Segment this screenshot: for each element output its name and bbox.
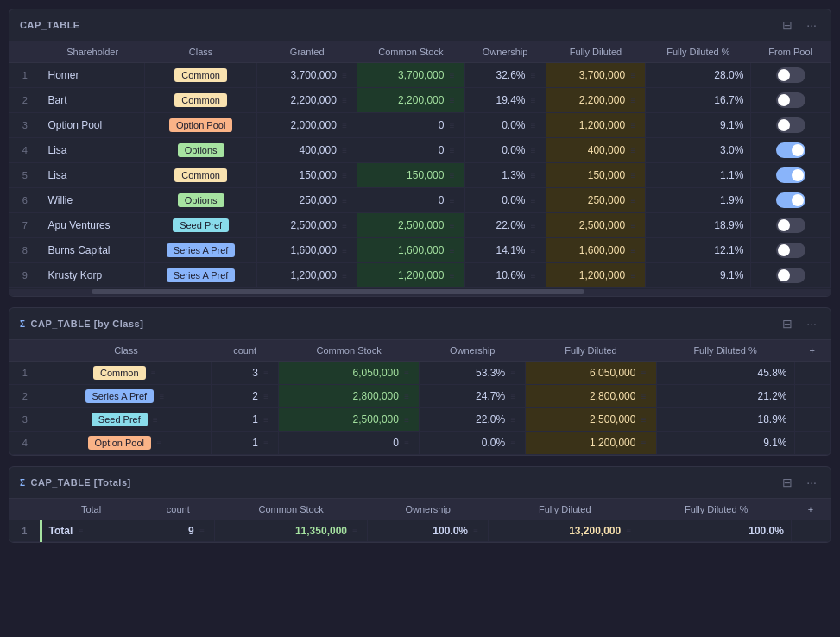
cap-table-container: Shareholder Class Granted Common Stock O…: [9, 41, 831, 296]
cell-fully-diluted-pct: 18.9%: [656, 408, 794, 432]
cell-from-pool[interactable]: [751, 213, 831, 238]
cell-from-pool[interactable]: [751, 263, 831, 288]
table-row: 4 Option Pool ≡ 1 ≡ 0 ≡ 0.0% ≡ 1,200,000…: [9, 432, 831, 455]
cell-from-pool[interactable]: [751, 163, 831, 188]
cell-from-pool[interactable]: [751, 188, 831, 213]
cell-common-stock: 2,500,000 ≡: [278, 408, 419, 432]
cell-granted: 400,000 ≡: [257, 138, 357, 163]
col-common-stock: Common Stock: [357, 41, 465, 63]
col-common-stock: Common Stock: [278, 340, 419, 362]
cell-plus: [791, 520, 830, 542]
cell-class: Option Pool: [144, 113, 257, 138]
by-class-header-row: Class count Common Stock Ownership Fully…: [9, 340, 831, 362]
eq-icon: ≡: [401, 392, 412, 401]
cell-fully-diluted-pct: 1.9%: [646, 188, 751, 213]
cell-fully-diluted: 2,500,000 ≡: [526, 408, 656, 432]
from-pool-toggle[interactable]: [776, 192, 805, 208]
cell-fully-diluted-pct: 16.7%: [646, 88, 751, 113]
from-pool-toggle[interactable]: [776, 243, 805, 258]
cell-class: Series A Pref: [144, 238, 257, 263]
cell-class: Common: [144, 63, 257, 88]
cell-granted: 250,000 ≡: [257, 188, 357, 213]
table-row: 7 Apu Ventures Seed Pref 2,500,000 ≡ 2,5…: [9, 213, 831, 238]
cell-fully-diluted-pct: 12.1%: [646, 238, 751, 263]
eq-icon: ≡: [447, 146, 458, 155]
by-class-filter-button[interactable]: ⊟: [779, 315, 796, 332]
totals-more-button[interactable]: ···: [803, 474, 820, 491]
eq-icon: ≡: [528, 121, 539, 130]
eq-icon: ≡: [339, 196, 350, 205]
by-class-header: Σ CAP_TABLE [by Class] ⊟ ···: [9, 308, 831, 340]
row-num: 1: [9, 362, 41, 385]
cell-granted: 1,600,000 ≡: [257, 238, 357, 263]
more-button[interactable]: ···: [803, 16, 820, 34]
eq-icon: ≡: [154, 438, 164, 448]
eq-icon: ≡: [628, 221, 638, 230]
eq-icon: ≡: [350, 527, 360, 536]
cell-fully-diluted-pct: 21.2%: [656, 385, 794, 408]
class-badge: Series A Pref: [85, 389, 155, 403]
from-pool-toggle[interactable]: [776, 92, 805, 108]
cell-plus: [794, 385, 831, 408]
totals-header-row: Total count Common Stock Ownership Fully…: [9, 499, 831, 520]
cell-fully-diluted: 2,500,000 ≡: [546, 213, 646, 238]
class-badge: Common: [174, 168, 227, 182]
cell-ownership: 14.1% ≡: [464, 238, 546, 263]
from-pool-toggle[interactable]: [776, 268, 805, 283]
eq-icon: ≡: [261, 438, 271, 448]
from-pool-toggle[interactable]: [776, 167, 805, 183]
cell-shareholder: Krusty Korp: [41, 263, 144, 288]
cell-class: Seed Pref: [144, 213, 257, 238]
cell-from-pool[interactable]: [751, 63, 831, 88]
eq-icon: ≡: [628, 246, 638, 255]
from-pool-toggle[interactable]: [776, 218, 805, 233]
col-num: [9, 340, 41, 362]
row-num: 2: [9, 88, 41, 113]
cell-granted: 2,200,000 ≡: [257, 88, 357, 113]
eq-icon: ≡: [339, 96, 350, 105]
row-num: 4: [9, 432, 41, 455]
col-fully-diluted: Fully Diluted: [526, 340, 656, 362]
cell-from-pool[interactable]: [751, 238, 831, 263]
cell-ownership: 1.3% ≡: [464, 163, 546, 188]
horizontal-scrollbar[interactable]: [9, 289, 831, 296]
eq-icon: ≡: [447, 96, 458, 105]
from-pool-toggle[interactable]: [776, 117, 805, 133]
col-fully-diluted: Fully Diluted: [546, 41, 646, 63]
cell-fully-diluted: 2,200,000 ≡: [546, 88, 646, 113]
by-class-more-button[interactable]: ···: [803, 315, 820, 332]
eq-icon: ≡: [401, 369, 412, 378]
cell-from-pool[interactable]: [751, 88, 831, 113]
cap-table: Shareholder Class Granted Common Stock O…: [9, 41, 831, 288]
from-pool-toggle[interactable]: [776, 67, 805, 83]
col-class: Class: [41, 340, 212, 362]
cell-from-pool[interactable]: [751, 113, 831, 138]
eq-icon: ≡: [339, 146, 350, 155]
by-class-body: 1 Common ≡ 3 ≡ 6,050,000 ≡ 53.3% ≡ 6,050…: [9, 362, 831, 455]
cell-shareholder: Lisa: [41, 138, 144, 163]
filter-button[interactable]: ⊟: [779, 16, 796, 34]
col-granted: Granted: [257, 41, 357, 63]
cell-shareholder: Lisa: [41, 163, 144, 188]
eq-icon: ≡: [628, 96, 638, 105]
by-class-container: Class count Common Stock Ownership Fully…: [9, 340, 831, 455]
class-badge: Series A Pref: [167, 268, 236, 282]
totals-body: 1 Total ≡ 9 ≡ 11,350,000 ≡ 100.0% ≡ 13,2…: [9, 520, 831, 542]
cell-fully-diluted-pct: 28.0%: [646, 63, 751, 88]
cell-granted: 3,700,000 ≡: [257, 63, 357, 88]
cell-ownership: 0.0% ≡: [464, 113, 546, 138]
table-row: 8 Burns Capital Series A Pref 1,600,000 …: [9, 238, 831, 263]
cell-fully-diluted: 1,200,000 ≡: [546, 263, 646, 288]
cell-plus: [794, 362, 831, 385]
class-badge: Common: [93, 366, 146, 380]
totals-filter-button[interactable]: ⊟: [779, 474, 796, 491]
eq-icon: ≡: [639, 392, 649, 401]
eq-icon: ≡: [339, 271, 350, 281]
from-pool-toggle[interactable]: [776, 142, 805, 158]
cell-from-pool[interactable]: [751, 138, 831, 163]
eq-icon: ≡: [639, 369, 649, 378]
cell-class: Option Pool ≡: [41, 432, 212, 455]
sigma-icon-totals: Σ: [20, 478, 26, 488]
cell-granted: 2,500,000 ≡: [257, 213, 357, 238]
table-row: 1 Homer Common 3,700,000 ≡ 3,700,000 ≡ 3…: [9, 63, 831, 88]
